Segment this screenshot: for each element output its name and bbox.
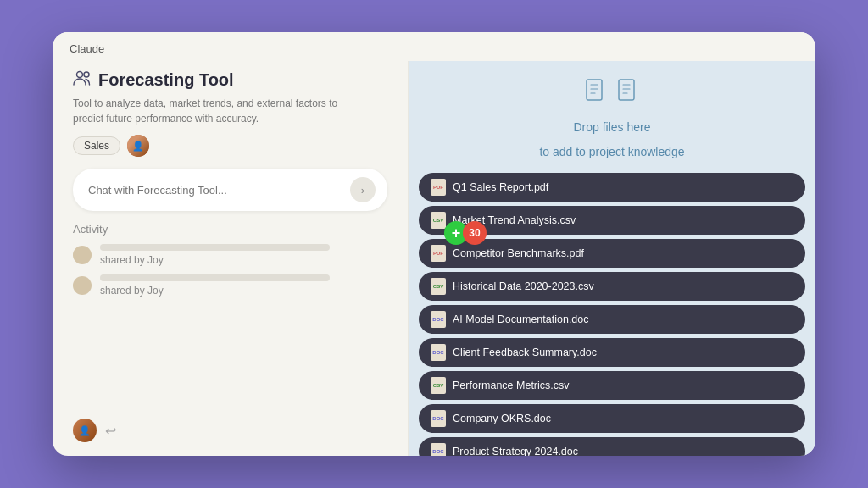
tool-title: Forecasting Tool [98,70,234,90]
activity-list: shared by Joy shared by Joy [73,244,387,297]
file-type-icon: PDF [431,245,446,262]
file-item[interactable]: DOC AI Model Documentation.doc [419,305,805,334]
file-item[interactable]: CSV Historical Data 2020-2023.csv [419,272,805,301]
collapse-icon[interactable]: ↩ [105,423,116,439]
drop-text-line2: to add to project knowledge [539,143,684,161]
activity-dot [73,276,92,295]
file-type-icon: DOC [431,344,446,361]
activity-lines: shared by Joy [100,274,387,297]
activity-line [100,244,330,251]
file-icon-2 [615,78,639,108]
file-item[interactable]: DOC Product Strategy 2024.doc [419,437,805,456]
file-item[interactable]: PDF Q1 Sales Report.pdf [419,173,805,202]
activity-text: shared by Joy [100,254,387,266]
file-name: Q1 Sales Report.pdf [453,181,548,193]
file-icon-1 [585,78,609,108]
file-item[interactable]: CSV Performance Metrics.csv [419,371,805,400]
file-type-icon: CSV [431,377,446,394]
tool-description: Tool to analyze data, market trends, and… [73,96,361,126]
activity-dot [73,246,92,264]
drop-zone[interactable]: Drop files here to add to project knowle… [539,78,684,161]
send-button[interactable]: › [350,177,376,202]
file-item[interactable]: DOC Client Feedback Summary.doc [419,338,805,367]
file-type-icon: PDF [431,179,446,196]
right-panel[interactable]: Drop files here to add to project knowle… [409,61,815,456]
activity-item: shared by Joy [73,244,387,266]
activity-text: shared by Joy [100,285,387,297]
sales-tag[interactable]: Sales [73,136,120,155]
file-item-wrapper: CSV Market Trend Analysis.csv + 30 [419,206,805,235]
drop-text-line1: Drop files here [573,119,650,136]
chat-input[interactable] [88,184,343,197]
file-name: Competitor Benchmarks.pdf [453,247,584,259]
activity-lines: shared by Joy [100,244,387,266]
svg-rect-3 [619,80,634,100]
file-type-icon: CSV [431,278,446,295]
svg-point-1 [84,72,89,77]
app-header: Claude [53,32,815,61]
file-name: Client Feedback Summary.doc [453,347,597,358]
left-panel: Forecasting Tool Tool to analyze data, m… [53,61,409,456]
file-name: Historical Data 2020-2023.csv [453,280,594,292]
file-name: Performance Metrics.csv [453,380,570,391]
send-icon: › [361,184,364,197]
app-name: Claude [70,42,104,55]
file-type-icon: DOC [431,443,446,456]
file-name: Company OKRS.doc [453,413,551,424]
file-type-icon: DOC [431,410,446,427]
main-container: Claude Forecasting Tool Tool to analyze … [53,32,815,456]
file-name: AI Model Documentation.doc [453,313,589,325]
user-avatar: 👤 [127,135,149,157]
avatar-image: 👤 [127,135,149,157]
activity-item: shared by Joy [73,274,387,297]
activity-line [100,274,330,281]
svg-rect-2 [587,80,602,100]
files-list: PDF Q1 Sales Report.pdf CSV Market Trend… [419,173,805,456]
chat-input-row: › [73,169,387,211]
tags-row: Sales 👤 [73,135,387,157]
file-type-icon: DOC [431,311,446,328]
bottom-avatar: 👤 [73,419,97,442]
bottom-row: 👤 ↩ [73,410,387,442]
svg-point-0 [77,72,83,78]
content-area: Forecasting Tool Tool to analyze data, m… [53,61,815,456]
file-name: Product Strategy 2024.doc [453,446,578,456]
drag-count-badge: 30 [463,221,487,245]
tool-icon [73,69,92,91]
file-item[interactable]: DOC Company OKRS.doc [419,404,805,433]
drop-icons [585,78,639,108]
drag-badge: + 30 [444,221,487,245]
tool-header: Forecasting Tool [73,69,387,91]
activity-label: Activity [73,223,387,236]
